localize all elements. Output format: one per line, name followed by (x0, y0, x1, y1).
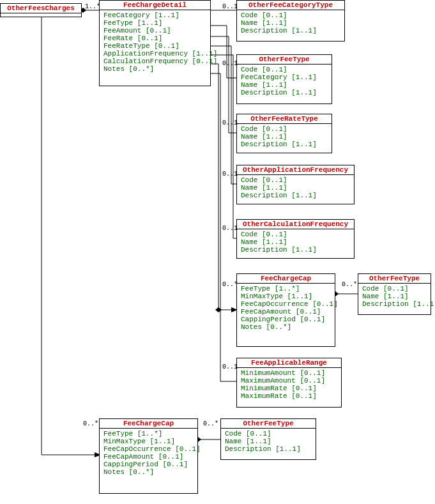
svg-marker-25 (215, 307, 222, 312)
fee-charge-cap-1-title: FeeChargeCap (237, 274, 335, 284)
other-fees-charges-title: OtherFeesCharges (1, 4, 81, 13)
other-fee-category-type-title: OtherFeeCategoryType (237, 1, 344, 10)
other-fee-rate-type-fields: Code [0..1] Name [1..1] Description [1..… (237, 124, 332, 149)
other-fee-type-2-fields: Code [0..1] Name [1..1] Description [1..… (358, 284, 431, 309)
mult-label-4: 0..1 (222, 119, 238, 126)
other-calculation-frequency-fields: Code [0..1] Name [1..1] Description [1..… (237, 229, 354, 255)
other-fee-type-3-title: OtherFeeType (221, 419, 316, 429)
other-fees-charges-box: OtherFeesCharges (0, 3, 82, 17)
other-fee-type-3-fields: Code [0..1] Name [1..1] Description [1..… (221, 429, 316, 454)
fee-charge-cap-2-title: FeeChargeCap (100, 419, 197, 429)
fee-charge-detail-title: FeeChargeDetail (100, 1, 210, 10)
field-notes: Notes [0..*] (103, 65, 206, 73)
other-calculation-frequency-title: OtherCalculationFrequency (237, 220, 354, 229)
field-fee-rate: FeeRate [0..1] (103, 34, 206, 42)
fee-charge-cap-1-fields: FeeType [1..*] MinMaxType [1..1] FeeCapO… (237, 284, 335, 332)
other-fee-type-3-box: OtherFeeType Code [0..1] Name [1..1] Des… (220, 418, 316, 460)
mult-label-8: 0..* (342, 281, 357, 288)
fee-charge-cap-1-box: FeeChargeCap FeeType [1..*] MinMaxType [… (236, 273, 335, 347)
other-fee-category-type-fields: Code [0..1] Name [1..1] Description [1..… (237, 10, 344, 36)
mult-label-7: 0..* (222, 281, 238, 288)
fee-applicable-range-fields: MinimumAmount [0..1] MaximumAmount [0..1… (237, 368, 341, 401)
fee-charge-detail-box: FeeChargeDetail FeeCategory [1..1] FeeTy… (99, 0, 211, 86)
mult-label-2: 0..1 (222, 3, 238, 10)
mult-label-5: 0..1 (222, 171, 238, 178)
fee-charge-cap-2-fields: FeeType [1..*] MinMaxType [1..1] FeeCapO… (100, 429, 197, 477)
other-calculation-frequency-box: OtherCalculationFrequency Code [0..1] Na… (236, 219, 355, 259)
other-fee-type-1-box: OtherFeeType Code [0..1] FeeCategory [1.… (236, 54, 332, 104)
field-fee-rate-type: FeeRateType [0..1] (103, 42, 206, 50)
other-fee-rate-type-box: OtherFeeRateType Code [0..1] Name [1..1]… (236, 114, 332, 153)
field-fee-amount: FeeAmount [0..1] (103, 27, 206, 34)
fee-applicable-range-box: FeeApplicableRange MinimumAmount [0..1] … (236, 358, 342, 408)
connector-lines (0, 0, 435, 504)
field-app-freq: ApplicationFrequency [1..1] (103, 50, 206, 57)
mult-label-11: 0..* (203, 420, 218, 427)
fee-charge-detail-fields: FeeCategory [1..1] FeeType [1..1] FeeAmo… (100, 10, 210, 74)
other-fee-type-1-title: OtherFeeType (237, 55, 332, 65)
other-fee-type-2-box: OtherFeeType Code [0..1] Name [1..1] Des… (358, 273, 431, 315)
mult-label-1: 1..* (85, 3, 100, 10)
field-fee-type: FeeType [1..1] (103, 19, 206, 27)
diagram: OtherFeesCharges FeeChargeDetail FeeCate… (0, 0, 435, 504)
other-fee-rate-type-title: OtherFeeRateType (237, 114, 332, 124)
other-fee-category-type-box: OtherFeeCategoryType Code [0..1] Name [1… (236, 0, 345, 42)
fee-applicable-range-title: FeeApplicableRange (237, 358, 341, 368)
other-application-frequency-fields: Code [0..1] Name [1..1] Description [1..… (237, 175, 354, 201)
mult-label-6: 0..1 (222, 225, 238, 232)
other-fee-type-2-title: OtherFeeType (358, 274, 431, 284)
field-calc-freq: CalculationFrequency [0..1] (103, 57, 206, 65)
other-fee-type-1-fields: Code [0..1] FeeCategory [1..1] Name [1..… (237, 65, 332, 98)
other-application-frequency-box: OtherApplicationFrequency Code [0..1] Na… (236, 165, 355, 204)
mult-label-10: 0..* (83, 420, 98, 427)
fee-charge-cap-2-box: FeeChargeCap FeeType [1..*] MinMaxType [… (99, 418, 198, 494)
other-application-frequency-title: OtherApplicationFrequency (237, 165, 354, 175)
mult-label-9: 0..1 (222, 363, 238, 370)
mult-label-3: 0..1 (222, 60, 238, 67)
field-fee-category: FeeCategory [1..1] (103, 11, 206, 19)
